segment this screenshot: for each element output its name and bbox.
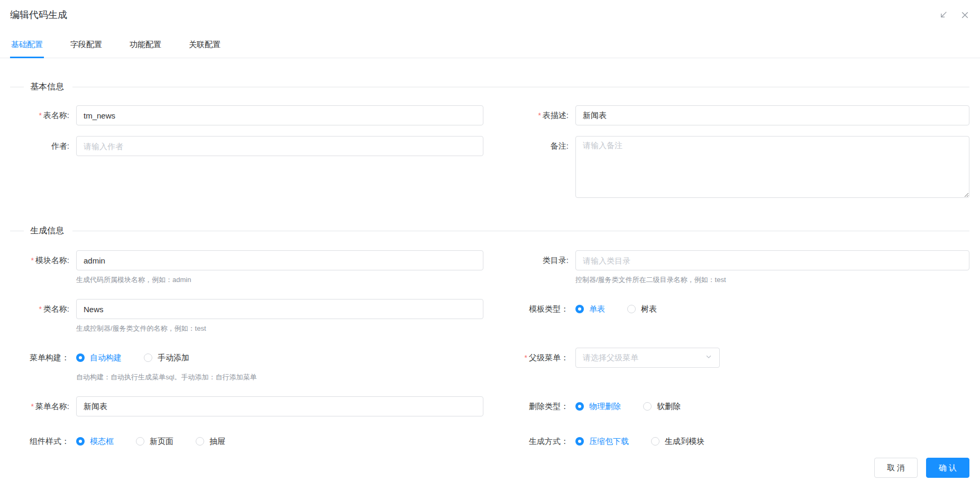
component-style-radio-group: 模态框 新页面 抽屉 xyxy=(76,431,483,451)
divider-dash xyxy=(10,231,24,231)
parent-menu-select[interactable]: 请选择父级菜单 xyxy=(575,348,720,368)
dialog-body: 基本信息 *表名称: *表描述: 作者: xyxy=(0,81,980,451)
menu-name-label: *菜单名称: xyxy=(10,396,76,416)
module-name-label: *模块名称: xyxy=(10,250,76,270)
radio-dot-icon xyxy=(627,305,636,313)
field-component-style: 组件样式： 模态框 新页面 抽屉 xyxy=(10,431,483,451)
field-menu-build: 菜单构建： 自动构建 手动添加 自动构建：自动执行生成菜单sql。手动添加：自行… xyxy=(10,348,483,382)
remark-textarea[interactable] xyxy=(575,136,969,198)
field-generate-mode: 生成方式： 压缩包下载 生成到模块 xyxy=(496,431,969,451)
section-divider-generate-info: 生成信息 xyxy=(10,225,969,237)
tab-function-config[interactable]: 功能配置 xyxy=(129,33,162,58)
tab-relation-config[interactable]: 关联配置 xyxy=(188,33,222,58)
close-icon xyxy=(960,13,969,21)
field-remark: 备注: xyxy=(496,136,969,200)
table-desc-input[interactable] xyxy=(575,105,969,125)
field-class-name: *类名称: 生成控制器/服务类文件的名称，例如：test xyxy=(10,299,483,333)
table-name-label: *表名称: xyxy=(10,105,76,125)
required-asterisk: * xyxy=(31,256,33,265)
class-name-label: *类名称: xyxy=(10,299,76,319)
menu-build-radio-group: 自动构建 手动添加 xyxy=(76,348,483,368)
field-class-dir: 类目录: 控制器/服务类文件所在二级目录名称，例如：test xyxy=(496,250,969,284)
delete-type-radio-group: 物理删除 软删除 xyxy=(575,396,969,416)
radio-dot-icon xyxy=(651,437,660,446)
generate-mode-label: 生成方式： xyxy=(496,431,575,451)
radio-menu-build-auto[interactable]: 自动构建 xyxy=(76,353,122,363)
table-name-input[interactable] xyxy=(76,105,483,125)
radio-delete-soft[interactable]: 软删除 xyxy=(643,402,681,412)
required-asterisk: * xyxy=(39,111,41,120)
template-type-radio-group: 单表 树表 xyxy=(575,299,969,319)
author-input[interactable] xyxy=(76,136,483,156)
field-delete-type: 删除类型： 物理删除 软删除 xyxy=(496,396,969,416)
radio-dot-icon xyxy=(136,437,144,446)
table-desc-label: *表描述: xyxy=(496,105,575,125)
section-title-generate-info: 生成信息 xyxy=(30,225,64,237)
dialog-header: 编辑代码生成 xyxy=(0,0,980,21)
section-divider-basic-info: 基本信息 xyxy=(10,81,969,93)
dialog-title: 编辑代码生成 xyxy=(10,8,67,21)
radio-dot-icon xyxy=(76,353,85,362)
radio-template-tree-table[interactable]: 树表 xyxy=(627,304,657,314)
module-name-input[interactable] xyxy=(76,250,483,270)
radio-dot-icon xyxy=(144,353,152,362)
class-dir-label: 类目录: xyxy=(496,250,575,270)
field-menu-name: *菜单名称: xyxy=(10,396,483,416)
generate-mode-radio-group: 压缩包下载 生成到模块 xyxy=(575,431,969,451)
divider-line xyxy=(72,87,969,87)
cancel-button[interactable]: 取消 xyxy=(874,458,918,478)
parent-menu-placeholder: 请选择父级菜单 xyxy=(583,353,638,363)
radio-dot-icon xyxy=(575,305,584,313)
chevron-down-icon xyxy=(705,353,712,362)
remark-label: 备注: xyxy=(496,136,575,156)
menu-build-label: 菜单构建： xyxy=(10,348,76,368)
radio-generate-zip-download[interactable]: 压缩包下载 xyxy=(575,437,629,447)
required-asterisk: * xyxy=(31,402,33,411)
component-style-label: 组件样式： xyxy=(10,431,76,451)
close-button[interactable] xyxy=(960,11,969,20)
dialog-footer: 取消 确认 xyxy=(0,451,980,478)
field-table-desc: *表描述: xyxy=(496,105,969,125)
tab-basic-config[interactable]: 基础配置 xyxy=(10,33,44,58)
divider-line xyxy=(72,231,969,231)
tab-field-config[interactable]: 字段配置 xyxy=(69,33,103,58)
class-dir-help: 控制器/服务类文件所在二级目录名称，例如：test xyxy=(575,275,969,284)
author-label: 作者: xyxy=(10,136,76,156)
radio-dot-icon xyxy=(196,437,204,446)
class-dir-input[interactable] xyxy=(575,250,969,270)
generate-info-grid: *模块名称: 生成代码所属模块名称，例如：admin 类目录: 控制器/服务类文… xyxy=(10,250,969,451)
divider-dash xyxy=(10,87,24,87)
radio-component-drawer[interactable]: 抽屉 xyxy=(196,437,225,447)
dialog-header-actions xyxy=(939,11,969,20)
radio-dot-icon xyxy=(575,437,584,446)
radio-template-single-table[interactable]: 单表 xyxy=(575,304,605,314)
field-author: 作者: xyxy=(10,136,483,200)
field-template-type: 模板类型： 单表 树表 xyxy=(496,299,969,333)
section-title-basic-info: 基本信息 xyxy=(30,81,64,93)
radio-dot-icon xyxy=(76,437,85,446)
field-table-name: *表名称: xyxy=(10,105,483,125)
required-asterisk: * xyxy=(39,305,41,313)
class-name-help: 生成控制器/服务类文件的名称，例如：test xyxy=(76,324,483,333)
confirm-button[interactable]: 确认 xyxy=(926,458,969,478)
menu-name-input[interactable] xyxy=(76,396,483,416)
class-name-input[interactable] xyxy=(76,299,483,319)
required-asterisk: * xyxy=(525,353,527,362)
basic-info-grid: *表名称: *表描述: 作者: xyxy=(10,105,969,200)
field-module-name: *模块名称: 生成代码所属模块名称，例如：admin xyxy=(10,250,483,284)
radio-dot-icon xyxy=(643,402,652,411)
module-name-help: 生成代码所属模块名称，例如：admin xyxy=(76,275,483,284)
radio-menu-build-manual[interactable]: 手动添加 xyxy=(144,353,189,363)
code-generation-dialog: 编辑代码生成 基础配置 字段配置 功能配置 关联配置 xyxy=(0,0,980,478)
radio-delete-physical[interactable]: 物理删除 xyxy=(575,402,621,412)
template-type-label: 模板类型： xyxy=(496,299,575,319)
delete-type-label: 删除类型： xyxy=(496,396,575,416)
radio-dot-icon xyxy=(575,402,584,411)
parent-menu-label: *父级菜单： xyxy=(496,348,575,368)
radio-component-new-page[interactable]: 新页面 xyxy=(136,437,173,447)
collapse-button[interactable] xyxy=(939,11,948,20)
radio-generate-to-module[interactable]: 生成到模块 xyxy=(651,437,704,447)
required-asterisk: * xyxy=(538,111,541,120)
radio-component-modal[interactable]: 模态框 xyxy=(76,437,114,447)
field-parent-menu: *父级菜单： 请选择父级菜单 xyxy=(496,348,969,382)
